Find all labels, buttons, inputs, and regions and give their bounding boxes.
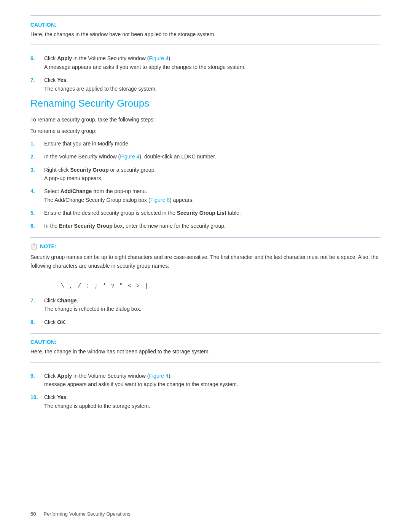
note-block: 📋 NOTE: Security group names can be up t… bbox=[30, 237, 381, 276]
step-10-num: 10. bbox=[30, 393, 44, 401]
caution-divider-bottom-bottom bbox=[30, 362, 381, 363]
caution-divider-top-bottom bbox=[30, 333, 381, 334]
step-2-num: 2. bbox=[30, 152, 44, 161]
steps-list-top: 6. Click Apply in the Volume Security wi… bbox=[30, 54, 381, 93]
step-5-content: Ensure that the desired security group i… bbox=[44, 209, 381, 217]
steps-list-bottom: 7. Click Change. The change is reflected… bbox=[30, 296, 381, 326]
step-7-content: Click Change. The change is reflected in… bbox=[44, 296, 381, 313]
code-block: \ , / : ; * ? " < > | bbox=[61, 283, 381, 289]
step-7-top-content: Click Yes. The changes are applied to th… bbox=[44, 76, 381, 93]
step-10-content: Click Yes. The change is applied to the … bbox=[44, 393, 381, 410]
step-7-top-sub: The changes are applied to the storage s… bbox=[44, 86, 157, 92]
note-title-text: NOTE: bbox=[40, 243, 57, 249]
step-10-sub: The change is applied to the storage sys… bbox=[44, 403, 150, 409]
step-3-sub: A pop-up menu appears. bbox=[44, 175, 102, 181]
step-8: 8. Click OK. bbox=[30, 318, 381, 326]
caution-block-top: CAUTION: Here, the changes in the window… bbox=[30, 22, 381, 38]
step-4: 4. Select Add/Change from the pop-up men… bbox=[30, 187, 381, 204]
step-7-top-num: 7. bbox=[30, 76, 44, 84]
step-8-bold: OK bbox=[57, 319, 65, 325]
section-heading: Renaming Security Groups bbox=[30, 97, 381, 109]
step-2-link[interactable]: Figure 4 bbox=[120, 153, 139, 160]
step-5-num: 5. bbox=[30, 209, 44, 217]
step-3-bold: Security Group bbox=[70, 167, 108, 173]
step-6-num: 6. bbox=[30, 222, 44, 230]
step-7: 7. Click Change. The change is reflected… bbox=[30, 296, 381, 313]
step-9: 9. Click Apply in the Volume Security wi… bbox=[30, 372, 381, 389]
note-icon: 📋 bbox=[30, 243, 38, 250]
note-text: Security group names can be up to eight … bbox=[30, 253, 381, 270]
step-2-content: In the Volume Security window (Figure 4)… bbox=[44, 152, 381, 161]
step-6-top-content: Click Apply in the Volume Security windo… bbox=[44, 54, 381, 71]
footer-text: Performing Volume Security Operations bbox=[43, 511, 130, 517]
caution-bottom-divider-top bbox=[30, 45, 381, 45]
step-7-bold: Change bbox=[57, 297, 76, 304]
top-divider bbox=[30, 15, 381, 16]
caution-text-top: Here, the changes in the window have not… bbox=[30, 30, 381, 38]
step-6-top-sub: A message appears and asks if you want t… bbox=[44, 64, 245, 70]
intro-text-1: To rename a security group, take the fol… bbox=[30, 115, 381, 124]
caution-block-bottom: CAUTION: Here, the change in the window … bbox=[30, 339, 381, 356]
intro-text-2: To rename a security group: bbox=[30, 127, 381, 135]
step-4-sub: The Add/Change Security Group dialog box… bbox=[44, 197, 194, 203]
step-6-content: In the Enter Security Group box, enter t… bbox=[44, 222, 381, 230]
step-8-content: Click OK. bbox=[44, 318, 381, 326]
step-3: 3. Right-click Security Group or a secur… bbox=[30, 166, 381, 183]
footer-page-num: 60 bbox=[30, 511, 36, 517]
step-8-num: 8. bbox=[30, 318, 44, 326]
note-title: 📋 NOTE: bbox=[30, 243, 381, 250]
step-10: 10. Click Yes. The change is applied to … bbox=[30, 393, 381, 410]
step-6: 6. In the Enter Security Group box, ente… bbox=[30, 222, 381, 230]
steps-list-main: 1. Ensure that you are in Modify mode. 2… bbox=[30, 139, 381, 230]
step-5: 5. Ensure that the desired security grou… bbox=[30, 209, 381, 217]
step-5-bold: Security Group List bbox=[177, 210, 226, 216]
caution-title-bottom: CAUTION: bbox=[30, 339, 381, 345]
step-1: 1. Ensure that you are in Modify mode. bbox=[30, 139, 381, 148]
step-4-bold: Add/Change bbox=[61, 188, 92, 194]
step-9-content: Click Apply in the Volume Security windo… bbox=[44, 372, 381, 389]
step-6-top: 6. Click Apply in the Volume Security wi… bbox=[30, 54, 381, 71]
step-7-num: 7. bbox=[30, 296, 44, 305]
step-4-num: 4. bbox=[30, 187, 44, 195]
caution-title-top: CAUTION: bbox=[30, 22, 381, 28]
step-3-content: Right-click Security Group or a security… bbox=[44, 166, 381, 183]
footer: 60 Performing Volume Security Operations bbox=[30, 511, 381, 517]
step-9-bold: Apply bbox=[57, 373, 72, 379]
step-9-num: 9. bbox=[30, 372, 44, 380]
step-6-top-apply: Apply bbox=[57, 55, 72, 61]
caution-text-bottom: Here, the change in the window has not b… bbox=[30, 347, 381, 356]
step-4-content: Select Add/Change from the pop-up menu. … bbox=[44, 187, 381, 204]
step-7-top-yes: Yes bbox=[57, 77, 66, 83]
step-9-link[interactable]: Figure 4 bbox=[149, 373, 168, 379]
step-7-top: 7. Click Yes. The changes are applied to… bbox=[30, 76, 381, 93]
step-9-sub: message appears and asks if you want to … bbox=[44, 381, 238, 387]
step-10-bold: Yes bbox=[57, 394, 66, 400]
step-3-num: 3. bbox=[30, 166, 44, 174]
page-container: CAUTION: Here, the changes in the window… bbox=[0, 0, 411, 532]
steps-list-final: 9. Click Apply in the Volume Security wi… bbox=[30, 372, 381, 411]
step-4-link[interactable]: Figure 8 bbox=[150, 197, 170, 203]
step-6-top-link[interactable]: Figure 4 bbox=[149, 55, 168, 61]
step-1-content: Ensure that you are in Modify mode. bbox=[44, 139, 381, 148]
step-2: 2. In the Volume Security window (Figure… bbox=[30, 152, 381, 161]
step-1-num: 1. bbox=[30, 139, 44, 148]
step-6-top-num: 6. bbox=[30, 54, 44, 62]
step-7-sub: The change is reflected in the dialog bo… bbox=[44, 306, 141, 312]
step-6-bold: Enter Security Group bbox=[59, 223, 113, 229]
